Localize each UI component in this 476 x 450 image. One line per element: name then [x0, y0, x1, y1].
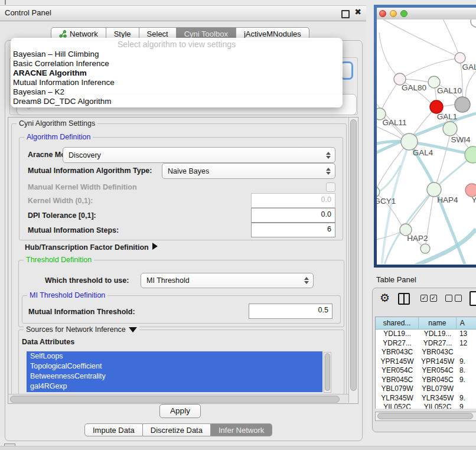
table-cell[interactable]: 13 — [457, 330, 476, 339]
table-cell[interactable]: YDR27... — [376, 339, 419, 348]
zoom-traffic-light-icon[interactable] — [400, 10, 407, 17]
table-cell[interactable]: 9. — [457, 394, 476, 403]
table-cell[interactable]: YIL052C — [376, 403, 419, 409]
network-edge[interactable] — [442, 19, 460, 58]
network-node[interactable] — [427, 182, 441, 197]
table-row[interactable]: YBL079WYBL079W — [376, 384, 476, 394]
tab-discretize-data[interactable]: Discretize Data — [143, 423, 211, 436]
table-cell[interactable]: YDR27... — [419, 339, 457, 348]
checked-checkbox-icon[interactable]: ✓ — [420, 295, 428, 302]
network-edge[interactable] — [466, 71, 476, 99]
table-cell[interactable]: YIL052C — [419, 403, 457, 409]
network-edge[interactable] — [400, 58, 460, 79]
table-row[interactable]: YLR345WYLR345W9. — [376, 394, 476, 403]
network-node[interactable] — [420, 244, 430, 253]
algorithm-option[interactable]: Basic Correlation Inference — [13, 59, 340, 69]
table-cell[interactable]: YBR043C — [376, 348, 419, 357]
close-icon[interactable]: ✖ — [354, 7, 361, 17]
table-cell[interactable]: YBL079W — [419, 384, 457, 394]
scrollbar-thumb[interactable] — [377, 413, 473, 419]
table-cell[interactable]: YLR345W — [376, 394, 419, 403]
document-icon[interactable] — [470, 291, 476, 306]
table-cell[interactable]: YPR145W — [419, 357, 457, 367]
table-cell[interactable]: YBR043C — [419, 348, 457, 357]
table-row[interactable]: YDL19...YDL19...13 — [376, 330, 476, 339]
table-cell[interactable]: YER054C — [419, 366, 457, 376]
float-window-icon[interactable] — [341, 10, 350, 18]
columns-icon[interactable] — [398, 293, 410, 305]
unchecked-checkbox-icon[interactable] — [455, 295, 462, 302]
table-cell[interactable] — [457, 348, 476, 357]
network-node[interactable] — [455, 97, 470, 112]
column-header[interactable]: A — [457, 317, 476, 330]
table-cell[interactable]: 9 — [457, 403, 476, 409]
close-traffic-light-icon[interactable] — [379, 10, 386, 17]
mi-algorithm-type-combobox[interactable]: Naive Bayes — [162, 163, 335, 179]
network-node[interactable] — [401, 133, 418, 150]
settings-horizontal-scrollbar[interactable] — [8, 394, 348, 403]
table-cell[interactable]: 9. — [457, 376, 476, 385]
table-cell[interactable]: YBR045C — [419, 376, 457, 385]
attribute-list-item[interactable]: gal4RGexp — [27, 381, 322, 392]
table-row[interactable]: YPR145WYPR145W9. — [376, 357, 476, 367]
network-node[interactable] — [430, 100, 443, 113]
data-attributes-list[interactable]: SelfLoopsTopologicalCoefficientBetweenne… — [27, 351, 322, 392]
sources-toggle[interactable]: Sources for Network Inference — [24, 325, 139, 334]
table-cell[interactable]: YPR145W — [376, 357, 419, 367]
which-threshold-combobox[interactable]: MI Threshold — [141, 273, 314, 288]
mi-threshold-field[interactable]: 0.5 — [249, 304, 332, 319]
network-canvas[interactable]: GALGAL80GAL10GAL1GAL11SWI4GAL4GCY1HAP4YH… — [377, 19, 476, 264]
minimize-traffic-light-icon[interactable] — [390, 10, 397, 17]
table-cell[interactable]: 8. — [457, 366, 476, 376]
attribute-list-item[interactable]: SelfLoops — [27, 351, 322, 361]
attributes-list-scrollbar[interactable] — [324, 352, 331, 393]
hub-definition-toggle[interactable]: Hub/Transcription Factor Definition — [25, 243, 158, 252]
table-horizontal-scrollbar[interactable] — [375, 412, 476, 421]
table-cell[interactable]: YBR045C — [376, 376, 419, 385]
gear-icon[interactable]: ⚙ — [380, 291, 390, 305]
algorithm-option[interactable]: Mutual Information Inference — [13, 78, 340, 87]
scrollbar-thumb[interactable] — [350, 119, 357, 391]
network-node-label: GAL11 — [382, 118, 406, 127]
network-node[interactable] — [471, 19, 476, 27]
column-header[interactable]: name — [419, 317, 457, 330]
attribute-list-item[interactable]: BetweennessCentrality — [27, 371, 322, 381]
network-node[interactable] — [465, 184, 476, 197]
table-cell[interactable]: YDL19... — [376, 330, 419, 339]
apply-button[interactable]: Apply — [159, 404, 201, 418]
manual-kernel-checkbox[interactable] — [326, 182, 335, 192]
column-header[interactable]: shared... — [376, 317, 419, 330]
algorithm-option[interactable]: Bayesian – Hill Climbing — [13, 50, 340, 59]
table-cell[interactable]: YBL079W — [376, 384, 419, 394]
table-cell[interactable] — [457, 384, 476, 394]
table-cell[interactable]: YER054C — [376, 366, 419, 376]
dpi-tolerance-field[interactable]: 0.0 — [251, 208, 335, 223]
aracne-mode-combobox[interactable]: Discovery — [63, 147, 335, 163]
kernel-width-field[interactable]: 0.0 — [251, 193, 335, 208]
scrollbar-thumb[interactable] — [10, 396, 340, 403]
settings-vertical-scrollbar[interactable] — [348, 118, 358, 403]
tab-infer-network[interactable]: Infer Network — [211, 423, 272, 436]
network-edge[interactable] — [378, 19, 456, 56]
algorithm-option[interactable]: Dream8 DC_TDC Algorithm — [13, 97, 340, 106]
attribute-list-item[interactable]: TopologicalCoefficient — [27, 361, 322, 371]
checked-checkbox-icon[interactable]: ✓ — [430, 295, 437, 302]
table-row[interactable]: YBR043CYBR043C — [376, 348, 476, 357]
network-node[interactable] — [443, 122, 457, 136]
unchecked-checkbox-icon[interactable] — [445, 295, 452, 302]
tab-impute-data[interactable]: Impute Data — [84, 423, 143, 436]
table-cell[interactable]: 12 — [457, 339, 476, 348]
table-row[interactable]: YDR27...YDR27...12 — [376, 339, 476, 348]
table-cell[interactable]: YDL19... — [419, 330, 457, 339]
network-node[interactable] — [455, 53, 465, 63]
table-row[interactable]: YIL052CYIL052C9 — [376, 403, 476, 409]
scrollbar-thumb[interactable] — [325, 353, 330, 391]
algorithm-option[interactable]: Bayesian – K2 — [13, 87, 340, 97]
table-row[interactable]: YER054CYER054C8. — [376, 366, 476, 376]
network-edge[interactable] — [379, 32, 400, 79]
table-cell[interactable]: 9. — [457, 357, 476, 367]
mi-steps-field[interactable]: 6 — [251, 223, 335, 237]
table-row[interactable]: YBR045CYBR045C9. — [376, 376, 476, 385]
algorithm-option[interactable]: ARACNE Algorithm — [13, 69, 340, 78]
table-cell[interactable]: YLR345W — [419, 394, 457, 403]
